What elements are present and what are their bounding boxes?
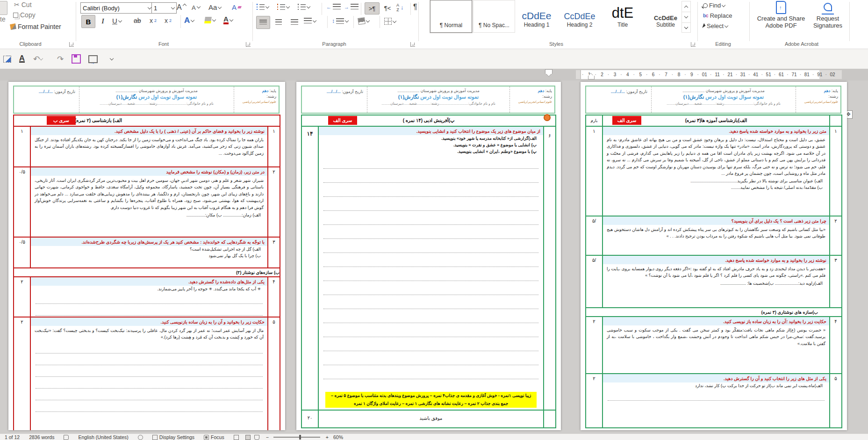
line-spacing-button[interactable]: ↕ [332,18,348,24]
clipboard-dialog-launcher[interactable] [69,42,74,47]
align-left-button[interactable] [256,16,270,29]
borders-button[interactable] [384,18,396,25]
page-2[interactable]: پایه: دهم رشته: علوم انسانی/تجربی/ریاضی … [296,82,561,430]
question-title: در متن زیر، (زمان) و (مکان) نوشته را مشخ… [31,167,267,176]
style-no-spacing[interactable]: ¶ No Spac... [473,0,515,33]
highlight-color-button[interactable] [205,17,215,23]
save-button[interactable] [71,54,81,64]
indent-marker[interactable] [588,76,595,79]
question-title: حکایت زیر را بخوانید و آن را به زبان ساد… [31,317,267,326]
focus-button[interactable]: Focus [199,434,229,440]
bullets-button[interactable] [256,4,269,10]
select-button[interactable]: Select [703,22,728,29]
font-color-button[interactable]: A [223,16,233,24]
dotted-line [323,253,538,267]
subscript-button[interactable]: x2 [150,17,157,24]
shading-button[interactable] [358,18,369,24]
print-layout-button[interactable] [244,435,252,440]
read-mode-button[interactable] [229,435,244,440]
updown-arrow-icon: ↕ [332,18,335,24]
copy-button[interactable]: Copy [13,11,36,19]
dotted-line [36,365,263,377]
dotted-line [323,365,538,379]
change-case-button[interactable]: Aa [208,3,221,11]
redo-button[interactable]: ↷ [55,54,65,64]
decrease-indent-button[interactable]: ← [326,4,341,10]
zoom-slider-thumb[interactable] [299,435,301,440]
question-score: ۲ [14,317,31,430]
accessibility-icon[interactable] [133,435,148,440]
web-layout-button[interactable] [252,435,261,440]
multilevel-list-button[interactable] [297,4,310,10]
chevron-down-icon [307,4,310,8]
paste-icon[interactable] [0,1,7,15]
paragraph-dialog-launcher[interactable] [410,42,415,47]
text-effects-button[interactable]: A [184,16,194,25]
style-subtitle[interactable]: CcDdEeSubtitle [645,0,686,32]
justify-button[interactable] [304,18,316,24]
paste-button[interactable]: te [0,15,6,23]
page-indicator[interactable]: 1 of 12 [0,434,24,440]
word-count[interactable]: 2836 words [24,434,59,440]
first-line-indent-marker[interactable] [545,69,552,74]
answer-blanks: الف) زمان:................ ب) مکان:.....… [31,212,267,218]
create-share-pdf-button[interactable]: ↑ Create and Share Adobe PDF [753,1,809,29]
scroll-down-icon[interactable] [684,14,688,18]
align-center-button[interactable] [272,16,285,28]
strikethrough-button[interactable]: ab [134,17,141,24]
undo-button[interactable]: ↶ [33,54,43,64]
qat-more-button[interactable] [107,54,117,64]
style-normal[interactable]: ¶ Normal [430,0,472,33]
increase-indent-button[interactable]: → [344,4,359,10]
bold-button[interactable]: B [81,15,95,28]
draw-table-icon[interactable] [2,54,12,64]
rtl-text-direction-button[interactable]: ¶< [380,2,395,14]
page-3[interactable]: پایه: دهم رشته: علوم انسانی/تجربی/ریاضی … [581,82,847,430]
divider [180,15,181,28]
replace-button[interactable]: bcReplace [703,12,732,19]
zoom-slider[interactable] [273,437,320,438]
font-color-qat-icon[interactable]: A [17,54,27,64]
format-painter-button[interactable]: Format Painter [10,23,61,30]
zoom-in-button[interactable]: + [324,434,330,440]
scroll-up-icon[interactable] [684,6,688,9]
proofing-icon[interactable] [59,435,73,440]
font-dialog-launcher[interactable] [246,42,251,47]
zoom-out-button[interactable]: − [261,434,270,440]
display-settings-button[interactable]: Display Settings [148,434,199,440]
ltr-text-direction-button[interactable]: >¶ [365,2,380,14]
grow-font-button[interactable]: A [177,3,186,12]
table-header-row: الف) بازشناسی (۲ نمره) سری ب [14,115,280,126]
style-heading1[interactable]: cDdEeHeading 1 [516,0,557,32]
switch-windows-icon[interactable]: → [88,54,98,64]
sort-button[interactable]: AZ↓ [396,3,404,12]
show-paragraph-marks-button[interactable]: ¶ [413,3,417,11]
styles-gallery-scroll[interactable] [681,1,691,33]
font-family-combo[interactable]: Calibri (Body) [80,2,153,14]
style-preview: cDdEe [516,0,557,22]
coauthor-presence-icon [544,114,551,121]
find-button[interactable]: Find [703,2,725,9]
style-heading2[interactable]: CcDdEeHeading 2 [559,0,600,32]
superscript-button[interactable]: x2 [165,17,172,24]
ruler-tick: 9 [685,70,698,79]
style-title[interactable]: dtETitle [602,0,643,32]
language-indicator[interactable]: English (United States) [73,434,133,440]
cut-button[interactable]: ✂Cut [14,1,32,8]
section-title: پ)آفرینش ادبی (۱۴ نمره ) [403,115,455,126]
gallery-more-icon[interactable] [684,25,688,29]
styles-dialog-launcher[interactable] [691,42,696,47]
horizontal-ruler[interactable]: 1234567890111213141516171819102 [0,69,868,80]
underline-button[interactable]: U [112,17,122,25]
question-score: /۵ [586,216,603,255]
zoom-level[interactable]: 60% [330,434,350,440]
align-right-button[interactable] [288,16,301,28]
font-size-combo[interactable]: 1 [151,2,177,14]
italic-button[interactable]: I [96,15,109,27]
chevron-down-icon [230,18,233,22]
numbering-button[interactable] [277,4,289,10]
request-signatures-button[interactable]: Request Signatures [810,1,846,29]
page-1[interactable]: پایه: دهم رشته: علوم انسانی/تجربی/ریاضی … [8,82,285,430]
clear-formatting-button[interactable]: A [232,3,241,11]
shrink-font-button[interactable]: A [192,4,200,11]
